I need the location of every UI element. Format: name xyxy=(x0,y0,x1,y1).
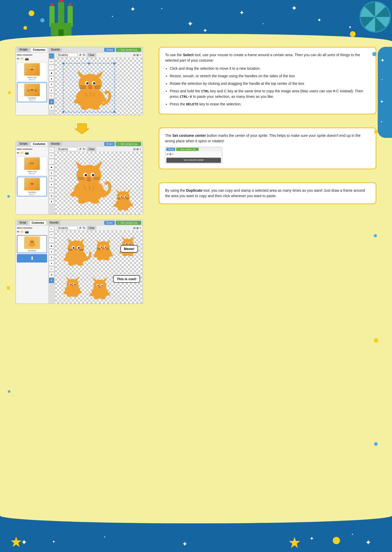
mini-icon-b[interactable]: ⊞ xyxy=(169,152,171,156)
flip-v-icon-1[interactable]: ⊞ xyxy=(136,54,139,56)
tab-costumes-3[interactable]: Costumes xyxy=(29,221,47,225)
eraser-tool[interactable]: ✏ xyxy=(49,93,54,99)
stamp-tool-3[interactable]: ⬇ xyxy=(49,278,54,283)
costume-name-input-3[interactable] xyxy=(57,226,77,230)
undo-btn-1[interactable]: ↺ xyxy=(79,53,81,57)
star-decoration: ✦ xyxy=(187,20,193,28)
tab-scripts-1[interactable]: Scripts xyxy=(17,48,30,52)
flip-h-icon-1[interactable]: ⊟ xyxy=(133,54,135,56)
folder-icon-3[interactable]: 📁 xyxy=(20,230,24,234)
camera-icon-3[interactable]: 📷 xyxy=(25,230,29,234)
rect-tool-2[interactable]: ■ xyxy=(49,165,54,170)
tab-scripts-2[interactable]: Scripts xyxy=(17,142,30,146)
costume-name-input-2[interactable] xyxy=(57,147,77,151)
pencil-tool-3[interactable]: ✏ xyxy=(49,232,54,237)
ctrl-key-text: CTRL xyxy=(201,89,209,93)
corner-handle-tl[interactable] xyxy=(62,62,64,65)
stamp-tool-2[interactable]: ⬇ xyxy=(49,199,54,204)
duplicate-tool-2[interactable]: ⊞ xyxy=(49,193,54,198)
see-project-button-2[interactable]: ↩ See project pa... xyxy=(116,142,141,146)
duplicate-tool[interactable]: ⊞ xyxy=(49,99,54,104)
mini-icon-c[interactable]: + xyxy=(172,152,174,156)
extra-icon-3a[interactable]: ⊟ xyxy=(133,227,135,229)
share-button-2[interactable]: Share xyxy=(104,142,115,146)
circle-tool[interactable]: ● xyxy=(49,76,54,81)
tab-costumes-1[interactable]: Costumes xyxy=(31,48,48,52)
scratch-tabs-2: Scripts Costumes Sounds xyxy=(17,142,62,146)
rect-tool[interactable]: ■ xyxy=(49,70,54,76)
see-project-button-3[interactable]: ↩ See project pa... xyxy=(116,221,141,225)
sprite-scratchy-3[interactable]: Scratchy xyxy=(17,235,47,253)
paint-icon-3[interactable]: ✏ xyxy=(17,230,19,234)
line-tool[interactable]: \ xyxy=(49,65,54,70)
circle-tool-3[interactable]: ● xyxy=(49,249,54,254)
redo-btn-2[interactable]: ↻ xyxy=(83,147,85,151)
pencil-tool[interactable]: ✏ xyxy=(49,59,54,64)
star-decoration: ✦ xyxy=(239,9,244,16)
mini-share-btn[interactable]: Share xyxy=(166,148,175,151)
set-costume-center-btn[interactable]: Set costume center xyxy=(166,158,221,163)
stamp-icon-large[interactable]: ⬇ xyxy=(17,254,47,262)
share-button-1[interactable]: Share xyxy=(104,48,115,52)
extra-icon-c[interactable]: + xyxy=(140,148,141,151)
bullet-2: Resize, smush, or stretch the image usin… xyxy=(170,73,370,79)
tab-scripts-3[interactable]: Script xyxy=(17,221,28,225)
duplicate-tool-3[interactable]: ⊞ xyxy=(49,272,54,277)
svg-point-96 xyxy=(73,247,75,249)
tab-sounds-3[interactable]: Sounds xyxy=(48,221,61,225)
line-tool-2[interactable]: \ xyxy=(49,159,54,164)
camera-icon-1[interactable]: 📷 xyxy=(25,57,29,61)
paint-icon-1[interactable]: ✏ xyxy=(17,57,19,61)
stamp-tool[interactable]: ⬇ xyxy=(49,105,54,110)
select-tool[interactable]: ↖ xyxy=(49,53,54,59)
text-tool-2[interactable]: T xyxy=(49,176,54,181)
select-tool-3[interactable]: ↖ xyxy=(49,226,54,232)
bullet-4: Press and hold the CTRL key and C key at… xyxy=(170,88,370,99)
add-icon-1[interactable]: + xyxy=(140,54,141,56)
undo-btn-2[interactable]: ↺ xyxy=(79,147,81,151)
extra-icon-3c[interactable]: + xyxy=(140,227,141,229)
select-tool-2[interactable]: ↖ xyxy=(49,147,54,153)
text-tool-3[interactable]: T xyxy=(49,255,54,260)
drawing-canvas-1[interactable] xyxy=(55,58,143,115)
extra-icon-b[interactable]: ⊞ xyxy=(136,148,139,151)
sprite-scratchy-1[interactable]: Scratchy 80x111 xyxy=(17,82,47,102)
see-project-button-1[interactable]: ↩ See project pa... xyxy=(116,48,141,52)
drawing-canvas-2[interactable] xyxy=(55,152,143,214)
fill-tool[interactable]: ♦ xyxy=(49,88,54,93)
tab-costumes-2[interactable]: Costumes xyxy=(31,142,48,146)
clear-btn-2[interactable]: Clear xyxy=(87,147,96,151)
undo-btn-3[interactable]: ↺ xyxy=(79,226,81,230)
clear-btn-3[interactable]: Clear xyxy=(87,226,96,230)
redo-btn-3[interactable]: ↻ xyxy=(83,226,85,230)
extra-icon-3b[interactable]: ⊞ xyxy=(136,227,139,229)
rect-tool-3[interactable]: ■ xyxy=(49,243,54,249)
eraser-tool-3[interactable]: ✏ xyxy=(49,266,54,272)
sprite-astrocat-1[interactable]: Astro-Cat 80x114 xyxy=(17,62,47,81)
redo-btn-1[interactable]: ↻ xyxy=(83,53,85,57)
mini-icon-a[interactable]: ↺ xyxy=(166,152,168,156)
fill-tool-2[interactable]: ♦ xyxy=(49,182,54,187)
camera-icon-2[interactable]: 📷 xyxy=(25,151,29,155)
sprite-astrocat-2[interactable]: Astro-Cat 80x114 xyxy=(17,156,47,176)
share-button-3[interactable]: Share xyxy=(104,221,115,225)
sprite-scratchy-2[interactable]: Scratchy 80x111 xyxy=(17,177,47,196)
eraser-tool-2[interactable]: ✏ xyxy=(49,188,54,193)
folder-icon-1[interactable]: 📁 xyxy=(20,57,24,61)
drawing-canvas-3[interactable]: Meow! This is cool! xyxy=(55,231,143,304)
extra-icon-a[interactable]: ⊟ xyxy=(133,148,135,151)
line-tool-3[interactable]: \ xyxy=(49,238,54,243)
costume-name-input-1[interactable] xyxy=(57,53,77,57)
fill-tool-3[interactable]: ♦ xyxy=(49,261,54,266)
clear-btn-1[interactable]: Clear xyxy=(87,53,96,57)
pencil-tool-2[interactable]: ✏ xyxy=(49,153,54,158)
mini-see-project-btn[interactable]: ↩ See project pa... xyxy=(176,148,199,151)
paint-icon-2[interactable]: ✏ xyxy=(17,151,19,155)
corner-handle-bl[interactable] xyxy=(62,111,64,113)
bottom-star-3: ✦ xyxy=(182,540,188,548)
circle-tool-2[interactable]: ● xyxy=(49,170,54,176)
text-tool[interactable]: T xyxy=(49,82,54,87)
tab-sounds-2[interactable]: Sounds xyxy=(49,142,62,146)
tab-sounds-1[interactable]: Sounds xyxy=(49,48,62,52)
folder-icon-2[interactable]: 📁 xyxy=(20,151,24,155)
